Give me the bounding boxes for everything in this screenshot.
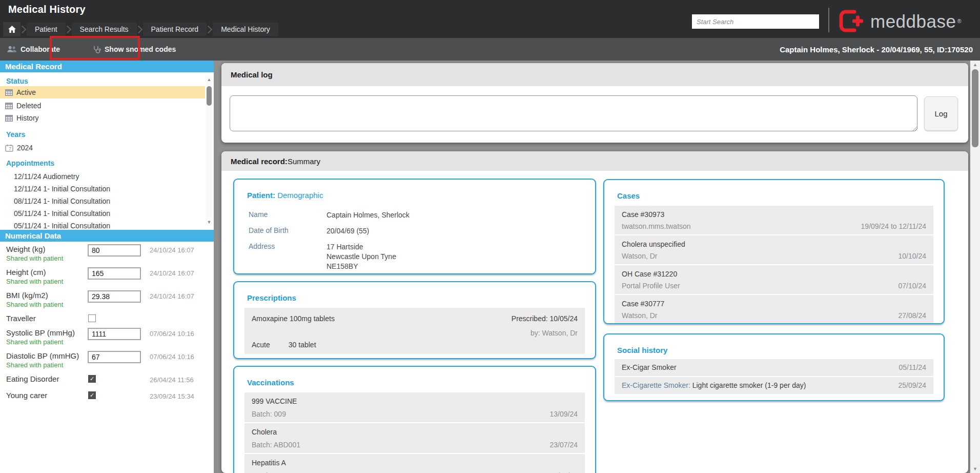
shared-with-patient-label: Shared with patient [6, 278, 63, 285]
patient-card-title: Patient: Demographic [247, 191, 323, 200]
numeric-label: Traveller [6, 314, 36, 323]
breadcrumb-medical-history[interactable]: Medical History [213, 23, 278, 36]
search-input[interactable] [692, 14, 819, 29]
breadcrumb-search-results[interactable]: Search Results [72, 23, 137, 36]
field-label: Name [249, 210, 326, 219]
main-scrollbar-thumb[interactable] [972, 69, 978, 147]
log-button[interactable]: Log [924, 96, 958, 131]
field-value: 20/04/69 (55) [326, 226, 369, 236]
appointment-item[interactable]: 05/11/24 1- Initial Consultation [0, 207, 205, 220]
vaccinations-card: Vaccinations 999 VACCINE Batch: 009 13/0… [233, 366, 596, 473]
collaborate-button[interactable]: Collaborate [0, 38, 67, 61]
numeric-label: Diastolic BP (mmHG) [6, 351, 79, 360]
vaccination-name: Hepatitis A [252, 459, 286, 467]
numeric-timestamp: 07/06/24 10:16 [150, 330, 194, 338]
show-snomed-codes-button[interactable]: Show snomed codes [85, 38, 183, 61]
appointment-item[interactable]: 08/11/24 1- Initial Consultation [0, 195, 205, 207]
numeric-label: BMI (kg/m2) [6, 291, 48, 300]
numeric-timestamp: 24/10/24 16:07 [150, 269, 194, 277]
field-label: Date of Birth [249, 226, 326, 234]
vaccination-name: Cholera [252, 428, 277, 436]
weight-input[interactable] [88, 244, 141, 257]
patient-card-title-rest: Demographic [275, 191, 323, 200]
traveller-checkbox[interactable] [88, 314, 96, 322]
status-section-title: Status [6, 77, 28, 85]
vaccination-row[interactable]: 999 VACCINE Batch: 009 13/09/24 [244, 392, 585, 422]
social-history-list: Ex-Cigar Smoker 05/11/24 Ex-Cigarette Sm… [615, 359, 933, 395]
numeric-label: Height (cm) [6, 268, 46, 277]
case-owner: twatson.mms.twatson [622, 222, 691, 230]
shared-with-patient-label: Shared with patient [6, 254, 63, 262]
address-line: Newcastle Upon Tyne [326, 252, 396, 261]
field-value: 17 HartsideNewcastle Upon TyneNE158BY [326, 242, 396, 271]
appointment-item[interactable]: 12/11/24 1- Initial Consultation [0, 183, 205, 195]
status-item-label: Active [16, 88, 36, 96]
medical-record-summary-panel: Medical record: Summary Patient: Demogra… [221, 151, 968, 473]
appointment-item[interactable]: 12/11/24 Audiometry [0, 170, 205, 183]
scroll-up-icon[interactable]: ▲ [206, 76, 213, 83]
cases-list: Case #30973 twatson.mms.twatson 19/09/24… [615, 206, 933, 324]
case-name: Case #30973 [622, 210, 664, 219]
case-name: Case #30777 [622, 300, 664, 308]
scroll-down-icon[interactable]: ▼ [970, 465, 980, 472]
year-item-2024[interactable]: 7 2024 [0, 142, 205, 154]
action-toolbar: Collaborate Show snomed codes Captain Ho… [0, 38, 980, 61]
breadcrumb-patient[interactable]: Patient [27, 23, 66, 36]
shared-with-patient-label: Shared with patient [6, 301, 63, 308]
scroll-down-icon[interactable]: ▼ [206, 219, 213, 226]
social-entry-date: 25/09/24 [899, 381, 927, 389]
social-history-row[interactable]: Ex-Cigarette Smoker: Light cigarette smo… [615, 377, 933, 394]
registered-mark: ® [957, 18, 961, 24]
social-entry-detail: Light cigarette smoker (1-9 per day) [690, 381, 806, 389]
prescription-row[interactable]: Amoxapine 100mg tablets Prescribed: 10/0… [244, 308, 585, 354]
bmi-input[interactable] [88, 290, 141, 303]
young-carer-checkbox[interactable]: ✓ [88, 391, 96, 399]
social-entry-name: Ex-Cigarette Smoker: [622, 381, 690, 389]
vaccination-row[interactable]: Hepatitis A Batch: A709 23/07/24 [244, 454, 585, 473]
numeric-label: Eating Disorder [6, 375, 59, 383]
numerical-data-list: Weight (kg) Shared with patient 24/10/24… [0, 244, 214, 407]
medical-log-textarea[interactable] [230, 95, 917, 131]
numeric-label: Young carer [6, 391, 47, 400]
case-row[interactable]: OH Case #31220 Portal Profile User 07/10… [615, 265, 933, 294]
case-row[interactable]: Cholera unspecified Watson, Dr 10/10/24 [615, 235, 933, 264]
meddbase-logo: meddbase® [839, 9, 962, 33]
prescriptions-list: Amoxapine 100mg tablets Prescribed: 10/0… [244, 308, 585, 354]
meddbase-bracket-icon [839, 9, 864, 33]
numeric-row-bmi: BMI (kg/m2) Shared with patient 24/10/24… [0, 290, 214, 313]
social-history-row[interactable]: Ex-Cigar Smoker 05/11/24 [615, 359, 933, 376]
prescriptions-card: Prescriptions Amoxapine 100mg tablets Pr… [233, 281, 596, 359]
patient-card-title-bold: Patient: [247, 191, 275, 200]
eating-disorder-checkbox[interactable]: ✓ [88, 375, 96, 383]
case-name: Cholera unspecified [622, 240, 685, 248]
case-row[interactable]: Case #30777 Watson, Dr 27/08/24 [615, 295, 933, 324]
home-icon [8, 26, 16, 33]
scroll-up-icon[interactable]: ▲ [970, 61, 980, 68]
numeric-timestamp: 23/09/24 15:34 [150, 392, 194, 400]
status-item-deleted[interactable]: Deleted [0, 100, 205, 112]
breadcrumb-patient-record[interactable]: Patient Record [143, 23, 207, 36]
patient-dob-row: Date of Birth20/04/69 (55) [249, 226, 369, 236]
textarea-resize-handle[interactable] [912, 126, 917, 131]
diastolic-bp-input[interactable] [88, 351, 141, 363]
breadcrumb: Patient Search Results Patient Record Me… [3, 22, 278, 37]
numeric-label: Weight (kg) [6, 245, 45, 253]
shared-with-patient-label: Shared with patient [6, 361, 63, 369]
numeric-row-weight: Weight (kg) Shared with patient 24/10/24… [0, 244, 214, 267]
vaccination-row[interactable]: Cholera Batch: ABD001 23/07/24 [244, 423, 585, 453]
case-owner: Watson, Dr [622, 252, 658, 260]
calendar-icon: 7 [5, 144, 13, 152]
height-input[interactable] [88, 267, 141, 280]
table-grid-icon [5, 89, 13, 96]
people-icon [7, 46, 17, 53]
social-history-card: Social history Ex-Cigar Smoker 05/11/24 … [603, 333, 945, 401]
status-item-history[interactable]: History [0, 112, 205, 124]
vaccination-name: 999 VACCINE [252, 397, 297, 405]
sidebar-scrollbar-thumb[interactable] [207, 86, 212, 106]
status-item-active[interactable]: Active [0, 86, 205, 98]
sidebar-scrollbar[interactable]: ▲ ▼ [206, 76, 213, 226]
address-line: 17 Hartside [326, 243, 363, 251]
systolic-bp-input[interactable] [88, 328, 141, 340]
main-scrollbar[interactable]: ▲ ▼ [970, 61, 980, 473]
case-row[interactable]: Case #30973 twatson.mms.twatson 19/09/24… [615, 206, 933, 234]
